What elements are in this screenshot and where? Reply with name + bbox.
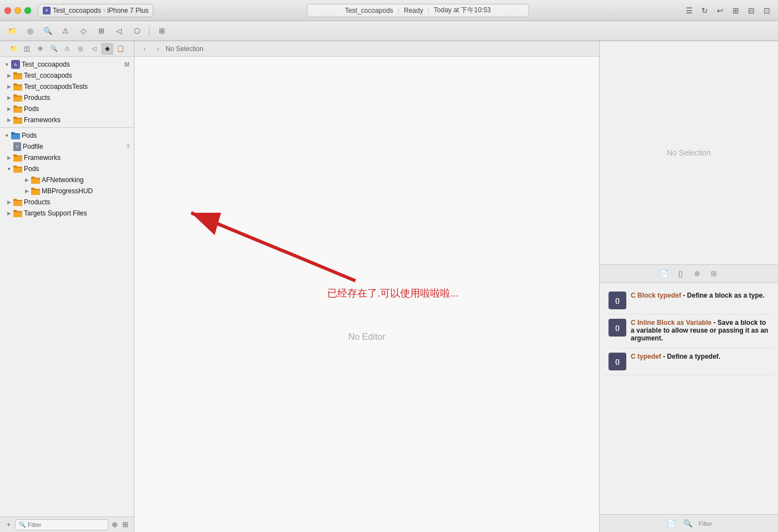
snippet-title-2: C Inline Block as Variable - Save a bloc… <box>631 319 769 342</box>
filter-options-button[interactable]: ⊕ <box>111 520 119 530</box>
root-toggle[interactable]: ▾ <box>2 60 11 69</box>
tree-item-pods-1[interactable]: ▶ Pods <box>0 103 134 114</box>
editor-forward-btn[interactable]: › <box>152 43 163 54</box>
nav-tab-debug[interactable]: ◁ <box>88 43 100 55</box>
breadcrumb-device: iPhone 7 Plus <box>107 7 148 14</box>
nav-tab-report[interactable]: 📋 <box>114 43 127 55</box>
grid-view-button[interactable]: ⊞ <box>154 24 169 38</box>
toggle-4[interactable]: ▶ <box>4 104 13 113</box>
podfile-icon: P <box>13 142 21 151</box>
status-ready: Ready <box>404 7 423 14</box>
tree-item-podfile[interactable]: ▶ P Podfile ? <box>0 141 134 152</box>
tree-item-mbprogresshud[interactable]: ▶ MBProgressHUD <box>0 185 134 197</box>
label-products-2: Products <box>24 198 50 206</box>
filter-hierarchy-button[interactable]: ⊞ <box>121 520 129 530</box>
tree-item-products-2[interactable]: ▶ Products <box>0 197 134 208</box>
issue-button[interactable]: ◇ <box>76 24 91 38</box>
maximize-button[interactable] <box>24 7 31 14</box>
tree-item-test-cocoapods[interactable]: ▶ Test_cocoapods <box>0 70 134 81</box>
toolbar: 📁 ◎ 🔍 ⚠ ◇ ⊞ ◁ ⬡ ⊞ <box>0 21 778 41</box>
label-frameworks-1: Frameworks <box>24 116 61 124</box>
panel-button[interactable]: ⊟ <box>745 4 758 17</box>
toggle-8[interactable]: ▶ <box>22 175 31 184</box>
label-mbprogresshud: MBProgressHUD <box>42 187 93 195</box>
nav-tab-breakpoint[interactable]: ◆ <box>101 43 113 55</box>
snippet-item-3[interactable]: {} C typedef - Define a typedef. <box>604 348 774 375</box>
tree-item-pods-2[interactable]: ▾ Pods <box>0 163 134 174</box>
reveal-button[interactable]: ◎ <box>22 24 38 38</box>
status-app: Test_cocoapods <box>345 7 393 14</box>
toggle-9[interactable]: ▶ <box>22 187 31 195</box>
nav-tab-warning[interactable]: ⚠ <box>61 43 73 55</box>
back-button[interactable]: ↩ <box>714 4 727 17</box>
toggle-10[interactable]: ▶ <box>4 198 13 207</box>
minimize-button[interactable] <box>14 7 21 14</box>
tree-item-targets[interactable]: ▶ Targets Support Files <box>0 208 134 219</box>
window-buttons <box>4 7 31 14</box>
folder-icon-pods-root <box>11 132 20 139</box>
add-file-button[interactable]: 📁 <box>4 24 20 38</box>
close-button[interactable] <box>4 7 11 14</box>
title-bar-left: A Test_cocoapods › iPhone 7 Plus <box>38 4 153 17</box>
rp-tab-settings[interactable]: ⊕ <box>691 267 704 279</box>
label-pods-2: Pods <box>24 165 39 173</box>
rp-tab-file[interactable]: 📄 <box>658 267 670 279</box>
find-button[interactable]: 🔍 <box>40 24 56 38</box>
toggle-1[interactable]: ▶ <box>4 71 13 80</box>
nav-tab-symbol[interactable]: ⊕ <box>34 43 47 55</box>
label-podfile: Podfile <box>23 143 43 150</box>
rp-file-btn[interactable]: 📄 <box>665 518 677 530</box>
nav-tab-folder[interactable]: 📁 <box>8 43 20 55</box>
main-area: 📁 ⚿ ⊕ 🔍 ⚠ ◎ ◁ ◆ 📋 ▾ A Test_cocoapods M ▶… <box>0 41 778 532</box>
snippet-item-1[interactable]: {} C Block typedef - Define a block as a… <box>604 287 774 314</box>
folder-icon-4 <box>13 106 22 113</box>
warning-button[interactable]: ⚠ <box>58 24 73 38</box>
tree-item-frameworks-2[interactable]: ▶ Frameworks <box>0 152 134 163</box>
rp-tab-grid[interactable]: ⊞ <box>708 267 720 279</box>
status-time: Today at 下午10:53 <box>434 6 491 15</box>
split-view-button[interactable]: ⊞ <box>729 4 742 17</box>
editor-content: 已经存在了.可以使用啦啦啦... No Editor <box>134 57 599 532</box>
rp-tab-code[interactable]: {} <box>675 267 687 279</box>
toggle-11[interactable]: ▶ <box>4 209 13 218</box>
toggle-6[interactable]: ▶ <box>4 153 13 162</box>
debug-button[interactable]: ⬡ <box>129 24 144 38</box>
toggle-3[interactable]: ▶ <box>4 93 13 102</box>
podfile-help: ? <box>126 143 129 150</box>
right-panel-bottom: 📄 🔍 Filter <box>600 514 778 532</box>
nav-tab-test[interactable]: ◎ <box>74 43 87 55</box>
tree-item-tests[interactable]: ▶ Test_cocoapodsTests <box>0 81 134 92</box>
tree-item-afnetworking[interactable]: ▶ AFNetworking <box>0 174 134 185</box>
test-button[interactable]: ⊞ <box>93 24 109 38</box>
snippet-item-2[interactable]: {} C Inline Block as Variable - Save a b… <box>604 314 774 348</box>
add-button[interactable]: + <box>4 520 13 530</box>
toggle-2[interactable]: ▶ <box>4 82 13 91</box>
tree-item-products-1[interactable]: ▶ Products <box>0 92 134 103</box>
tree-item-frameworks-1[interactable]: ▶ Frameworks <box>0 114 134 126</box>
rp-filter-btn[interactable]: 🔍 <box>682 518 694 530</box>
breadcrumb[interactable]: A Test_cocoapods › iPhone 7 Plus <box>38 4 153 17</box>
nav-tab-find[interactable]: 🔍 <box>48 43 60 55</box>
project-root-icon: A <box>11 60 20 69</box>
tree-item-pods-root[interactable]: ▾ Pods <box>0 130 134 141</box>
nav-tab-source[interactable]: ⚿ <box>21 43 33 55</box>
list-view-button[interactable]: ☰ <box>682 4 696 17</box>
breakpoint-button[interactable]: ◁ <box>111 24 127 38</box>
toggle-pods-root[interactable]: ▾ <box>2 131 11 140</box>
status-bar: Test_cocoapods | Ready | Today at 下午10:5… <box>307 4 529 17</box>
inspector-button[interactable]: ⊡ <box>760 4 774 17</box>
right-panel: No Selection 📄 {} ⊕ ⊞ {} C Block typedef… <box>599 41 778 532</box>
label-afnetworking: AFNetworking <box>42 176 83 184</box>
toggle-7[interactable]: ▾ <box>4 164 13 173</box>
file-tree: ▾ A Test_cocoapods M ▶ Test_cocoapods ▶ … <box>0 57 134 516</box>
snippet-info-3: C typedef - Define a typedef. <box>631 353 769 362</box>
editor-header: ‹ › No Selection <box>134 41 599 57</box>
refresh-button[interactable]: ↻ <box>698 4 711 17</box>
filter-search-icon: 🔍 <box>19 521 26 528</box>
folder-icon-7 <box>13 165 22 173</box>
toggle-5[interactable]: ▶ <box>4 116 13 124</box>
editor-no-selection: No Selection <box>166 45 203 53</box>
filter-input[interactable] <box>28 521 104 528</box>
editor-back-btn[interactable]: ‹ <box>139 43 150 54</box>
tree-item-root[interactable]: ▾ A Test_cocoapods M <box>0 59 134 70</box>
